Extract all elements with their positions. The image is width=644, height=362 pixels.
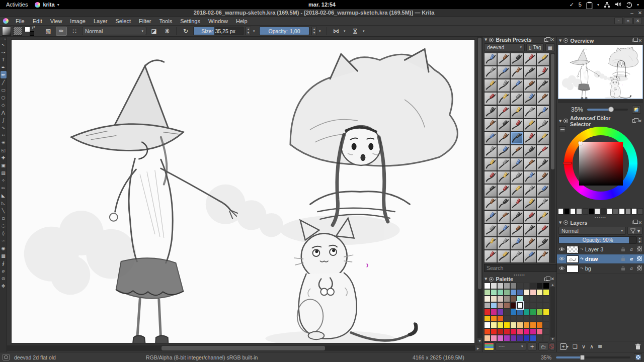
- chevron-down-icon[interactable]: ▾: [597, 3, 599, 7]
- palette-name-dropdown[interactable]: ---- ▾: [496, 342, 526, 350]
- brush-search-input[interactable]: [484, 264, 557, 272]
- brush-preset[interactable]: [536, 211, 549, 224]
- brush-preset[interactable]: [510, 92, 523, 105]
- palette-swatch[interactable]: [536, 328, 543, 335]
- float-dock-icon[interactable]: [632, 221, 636, 224]
- palette-swatch[interactable]: [504, 296, 510, 302]
- palette-swatch[interactable]: [484, 302, 491, 309]
- brush-preset[interactable]: [497, 132, 510, 145]
- new-palette-button[interactable]: 🗀: [538, 342, 548, 350]
- palette-empty-slot[interactable]: [523, 302, 530, 309]
- palette-swatch[interactable]: [497, 283, 504, 289]
- palette-swatch[interactable]: [536, 322, 543, 328]
- brush-preset[interactable]: [497, 197, 510, 210]
- palette-empty-slot[interactable]: [523, 296, 530, 302]
- layer-filter-button[interactable]: ▾: [627, 227, 642, 235]
- tag-button[interactable]: ▯ Tag: [526, 43, 544, 51]
- brush-preset[interactable]: [510, 211, 523, 224]
- visibility-eye-icon[interactable]: [558, 246, 565, 252]
- close-dock-icon[interactable]: ✕: [638, 220, 642, 225]
- mdi-restore-button[interactable]: –: [614, 18, 623, 24]
- delete-layer-button[interactable]: [635, 343, 641, 350]
- menu-tools[interactable]: Tools: [155, 17, 177, 25]
- pass-through-icon[interactable]: ↷: [580, 257, 584, 261]
- brush-preset[interactable]: [484, 197, 497, 210]
- brush-presets-dock-header[interactable]: ▼ Brush Presets ✕: [482, 37, 556, 43]
- app-indicator[interactable]: krita ▾: [35, 2, 59, 8]
- brush-preset[interactable]: [497, 66, 510, 79]
- tool-rectangle[interactable]: ▭: [1, 86, 7, 94]
- brush-preset[interactable]: [484, 237, 497, 250]
- palette-swatch[interactable]: [497, 309, 504, 315]
- opacity-spinner[interactable]: ▲▼: [311, 27, 317, 35]
- palette-swatch[interactable]: [536, 283, 543, 289]
- close-dock-icon[interactable]: ✕: [638, 119, 642, 124]
- brush-preset[interactable]: [523, 79, 536, 92]
- tool-gradient[interactable]: ▤: [1, 169, 7, 176]
- mirror-vertical-button[interactable]: ⋈: [351, 26, 360, 37]
- brush-preset[interactable]: [497, 224, 510, 237]
- pattern-chooser-button[interactable]: [13, 27, 22, 36]
- color-history-swatch[interactable]: [570, 208, 576, 215]
- palette-swatch[interactable]: [497, 335, 504, 341]
- collapse-icon[interactable]: ▼: [485, 277, 487, 281]
- canvas-vertical-scrollbar[interactable]: ▼: [477, 37, 482, 343]
- brush-presets-scrollbar[interactable]: [550, 53, 555, 263]
- brush-preset[interactable]: [523, 145, 536, 158]
- zoom-slider[interactable]: [556, 356, 630, 358]
- scrollbar-thumb[interactable]: [162, 346, 326, 350]
- collapse-icon[interactable]: ▼: [559, 39, 561, 43]
- palette-swatch[interactable]: [536, 289, 543, 296]
- palette-swatch[interactable]: [530, 335, 536, 341]
- network-icon[interactable]: [604, 2, 610, 8]
- palette-swatch[interactable]: [510, 328, 517, 335]
- activities-button[interactable]: Activities: [6, 2, 28, 8]
- color-history-swatch[interactable]: [583, 208, 588, 215]
- palette-swatch[interactable]: [484, 328, 491, 335]
- menu-window[interactable]: Window: [204, 17, 232, 25]
- palette-empty-slot[interactable]: [523, 283, 530, 289]
- palette-empty-slot[interactable]: [536, 315, 543, 322]
- palette-swatch[interactable]: [523, 328, 530, 335]
- visibility-eye-icon[interactable]: [558, 256, 565, 262]
- brush-preset[interactable]: [523, 66, 536, 79]
- brush-preset[interactable]: [536, 237, 549, 250]
- color-history-swatch[interactable]: [619, 208, 624, 215]
- brush-preset[interactable]: [484, 250, 497, 263]
- brush-preset[interactable]: [497, 119, 510, 132]
- inherit-alpha-icon[interactable]: [636, 256, 642, 262]
- palette-swatch[interactable]: [484, 335, 491, 341]
- brush-preset[interactable]: [510, 119, 523, 132]
- saturation-value-square[interactable]: [579, 142, 623, 186]
- brush-size-slider[interactable]: Size: 35,25 px: [193, 27, 244, 35]
- pass-through-icon[interactable]: ↷: [580, 266, 584, 271]
- palette-swatch[interactable]: [491, 322, 497, 328]
- brush-preset[interactable]: [523, 132, 536, 145]
- tool-polygon[interactable]: ◇: [1, 101, 7, 109]
- brush-preset[interactable]: [484, 53, 497, 66]
- brush-preset[interactable]: [536, 79, 549, 92]
- close-button[interactable]: ✕: [636, 10, 644, 16]
- palette-swatch[interactable]: [530, 289, 536, 296]
- chevron-down-icon[interactable]: ▾: [319, 29, 323, 33]
- scrollbar-thumb[interactable]: [551, 54, 554, 169]
- brush-preset[interactable]: [484, 79, 497, 92]
- brush-preset[interactable]: [484, 66, 497, 79]
- volume-icon[interactable]: [615, 2, 621, 8]
- palette-swatch[interactable]: [504, 322, 510, 328]
- palette-swatch[interactable]: [543, 309, 549, 315]
- palette-swatch[interactable]: [497, 322, 504, 328]
- alpha-lock-icon[interactable]: α: [628, 247, 634, 252]
- tool-ellipse-select[interactable]: ◌: [1, 222, 7, 229]
- layer-row-draw[interactable]: ↷drawα: [557, 254, 644, 264]
- gradient-chooser-button[interactable]: [2, 27, 11, 36]
- chevron-down-icon[interactable]: ▾: [344, 29, 348, 33]
- palette-scrollbar[interactable]: ▲ ▼: [550, 283, 555, 341]
- layer-opacity-slider[interactable]: Opacity: 90%: [558, 236, 637, 244]
- palette-swatch[interactable]: [510, 283, 517, 289]
- tool-measure[interactable]: ╲: [1, 207, 7, 214]
- palette-swatch[interactable]: [491, 328, 497, 335]
- remove-color-button[interactable]: ⃠: [550, 342, 555, 350]
- palette-swatch[interactable]: [497, 315, 504, 322]
- tool-magnetic-select[interactable]: ⌀: [1, 267, 7, 275]
